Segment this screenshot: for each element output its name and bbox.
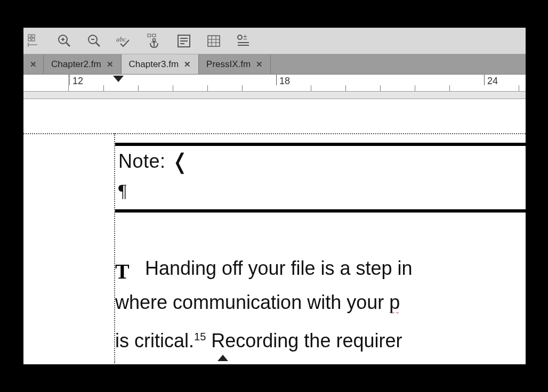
ruler-tick-18: 18 [279, 76, 290, 87]
body-paragraph[interactable]: T Handing off your file is a step in whe… [115, 251, 526, 358]
horizontal-ruler[interactable]: 12 18 24 [23, 75, 526, 92]
first-line-indent-icon[interactable] [217, 355, 228, 363]
svg-line-9 [96, 43, 100, 46]
end-of-flow-icon: ❬ [166, 150, 190, 174]
tab-pressix[interactable]: PressIX.fm ✕ [199, 54, 271, 74]
svg-point-14 [153, 38, 156, 41]
svg-rect-3 [32, 38, 35, 41]
document-canvas[interactable]: Note: ❬ ¶ T Handing off your file is a s… [23, 92, 526, 363]
tab-label: PressIX.fm [206, 59, 251, 70]
footnote-ref: 15 [194, 331, 206, 342]
tab-chapter2[interactable]: Chapter2.fm ✕ [44, 54, 122, 74]
tab-chapter3[interactable]: Chapter3.fm ✕ [122, 54, 199, 74]
zoom-in-icon[interactable] [54, 31, 75, 51]
tab-unnamed[interactable]: ✕ [23, 54, 44, 74]
indent-marker-icon[interactable] [113, 76, 124, 86]
paragraph-format-icon[interactable] [174, 31, 194, 51]
text-frame-top-guide [23, 133, 526, 134]
body-line-3b: Recording the requirer [206, 330, 402, 352]
svg-marker-31 [217, 355, 228, 361]
ruler-tick-12: 12 [72, 76, 83, 87]
note-frame: Note: ❬ ¶ [115, 143, 526, 213]
tab-label: Chapter2.fm [51, 59, 101, 70]
svg-rect-1 [32, 35, 35, 37]
note-heading[interactable]: Note: ❬ [118, 149, 526, 174]
app-window: abc [23, 28, 526, 364]
svg-rect-21 [208, 36, 220, 46]
body-line-2a: where communication with your [115, 291, 389, 313]
toolbar: abc [23, 28, 526, 54]
body-line-3a: is critical. [115, 330, 194, 352]
grid-tool-icon[interactable] [25, 31, 45, 51]
svg-text:±: ± [243, 34, 247, 41]
svg-rect-0 [28, 35, 31, 37]
close-icon[interactable]: ✕ [256, 60, 263, 69]
close-icon[interactable]: ✕ [107, 60, 114, 69]
svg-rect-12 [148, 34, 151, 37]
spellcheck-icon[interactable]: abc [114, 31, 134, 51]
body-line-1: Handing off your file is a step in [145, 257, 413, 279]
svg-marker-30 [113, 76, 124, 82]
svg-rect-2 [28, 38, 31, 41]
svg-text:abc: abc [116, 35, 126, 43]
spell-error: p [389, 291, 400, 315]
ruler-tick-24: 24 [487, 76, 498, 87]
document-tabs: ✕ Chapter2.fm ✕ Chapter3.fm ✕ PressIX.fm… [23, 54, 526, 75]
close-icon[interactable]: ✕ [184, 60, 191, 69]
zoom-out-icon[interactable] [84, 31, 104, 51]
anchor-icon[interactable] [144, 31, 164, 51]
svg-point-26 [238, 35, 242, 39]
svg-line-5 [66, 43, 70, 46]
page-gap [23, 92, 526, 99]
svg-rect-13 [152, 34, 156, 37]
table-icon[interactable] [204, 31, 224, 51]
tab-label: Chapter3.fm [129, 59, 179, 70]
pilcrow-icon: ¶ [118, 181, 526, 201]
line-spacing-icon[interactable]: ± [233, 31, 254, 51]
close-icon[interactable]: ✕ [30, 60, 37, 69]
tab-marker-icon: T [115, 255, 130, 289]
